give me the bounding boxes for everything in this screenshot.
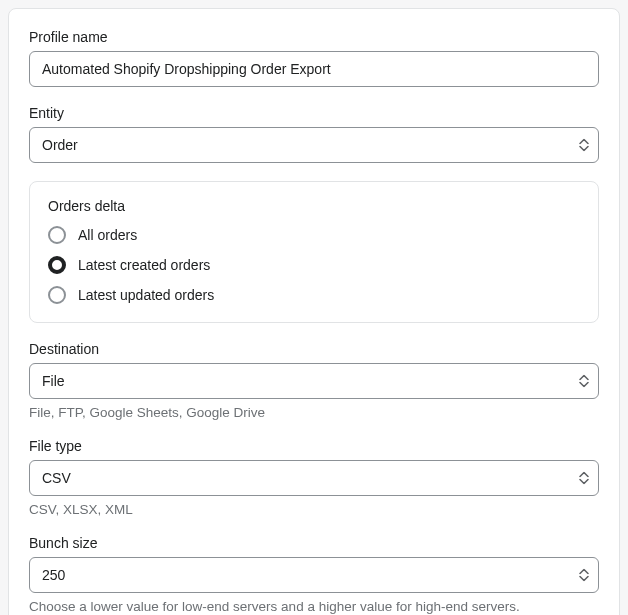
radio-latest-updated[interactable]: Latest updated orders	[48, 286, 580, 304]
file-type-select-wrap: CSV	[29, 460, 599, 496]
radio-latest-created[interactable]: Latest created orders	[48, 256, 580, 274]
destination-select-wrap: File	[29, 363, 599, 399]
field-destination: Destination File File, FTP, Google Sheet…	[29, 341, 599, 420]
entity-value: Order	[42, 137, 78, 153]
radio-all-orders[interactable]: All orders	[48, 226, 580, 244]
radio-label: Latest created orders	[78, 257, 210, 273]
entity-select-wrap: Order	[29, 127, 599, 163]
profile-name-input[interactable]	[29, 51, 599, 87]
orders-delta-title: Orders delta	[48, 198, 580, 214]
orders-delta-group: Orders delta All orders Latest created o…	[29, 181, 599, 323]
destination-select[interactable]: File	[29, 363, 599, 399]
radio-icon	[48, 226, 66, 244]
bunch-size-value: 250	[42, 567, 65, 583]
destination-label: Destination	[29, 341, 599, 357]
field-bunch-size: Bunch size 250 Choose a lower value for …	[29, 535, 599, 614]
bunch-size-select[interactable]: 250	[29, 557, 599, 593]
settings-card: Profile name Entity Order Orders delta A…	[8, 8, 620, 615]
field-file-type: File type CSV CSV, XLSX, XML	[29, 438, 599, 517]
field-profile-name: Profile name	[29, 29, 599, 87]
radio-label: All orders	[78, 227, 137, 243]
field-entity: Entity Order	[29, 105, 599, 163]
entity-label: Entity	[29, 105, 599, 121]
radio-icon	[48, 286, 66, 304]
entity-select[interactable]: Order	[29, 127, 599, 163]
radio-label: Latest updated orders	[78, 287, 214, 303]
file-type-select[interactable]: CSV	[29, 460, 599, 496]
file-type-help: CSV, XLSX, XML	[29, 502, 599, 517]
radio-icon-checked	[48, 256, 66, 274]
profile-name-label: Profile name	[29, 29, 599, 45]
bunch-size-select-wrap: 250	[29, 557, 599, 593]
file-type-label: File type	[29, 438, 599, 454]
destination-value: File	[42, 373, 65, 389]
destination-help: File, FTP, Google Sheets, Google Drive	[29, 405, 599, 420]
bunch-size-help: Choose a lower value for low-end servers…	[29, 599, 599, 614]
file-type-value: CSV	[42, 470, 71, 486]
bunch-size-label: Bunch size	[29, 535, 599, 551]
